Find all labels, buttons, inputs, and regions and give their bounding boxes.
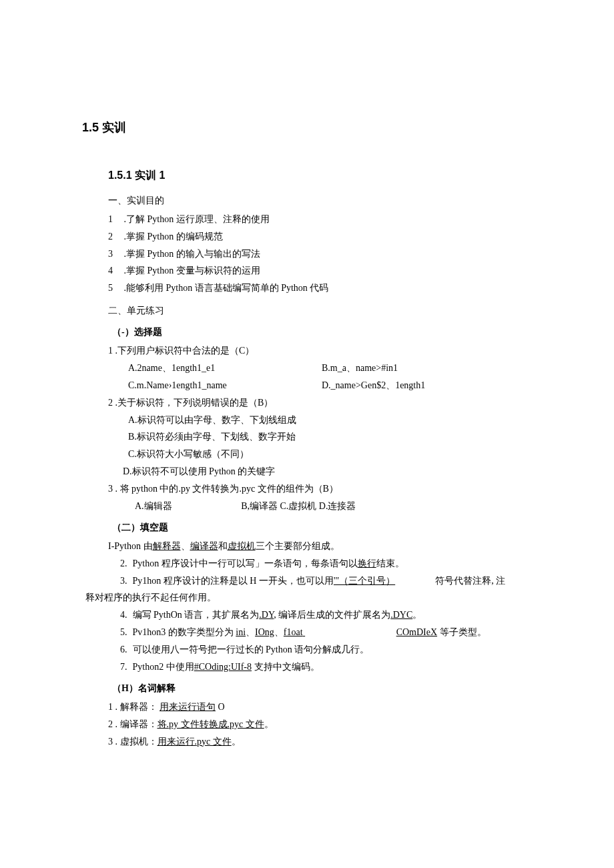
q2-option-c: C.标识符大小写敏感（不同） [128, 446, 547, 463]
q3-option-a: A.编辑器 [135, 501, 172, 511]
fill-1: I-Python 由解释器、编译器和虚拟机三个主要部分组成。 [108, 538, 547, 555]
fill-5: 5.Pv1hon3 的数字类型分为 ini、IOng、f1oat COmDIeX… [108, 624, 547, 641]
term-3: 3 . 虚拟机：用来运行.pyc 文件。 [108, 733, 547, 751]
fill-title: （二）填空题 [112, 519, 547, 536]
fill-7: 7.Python2 中使用#COding:UIf-8 支持中文编码。 [108, 659, 547, 676]
q2-option-a: A.标识符可以由字母、数字、下划线组成 [128, 412, 547, 429]
objective-1: 1 .了解 Python 运行原理、注释的使用 [108, 211, 547, 228]
q1-option-b: B.m_a、name>#in1 [322, 360, 398, 377]
q1-options-row2: C.m.Name›1ength1_name D._name>Gen$2、1eng… [128, 377, 547, 394]
sub-heading: 1.5.1 实训 1 [108, 165, 547, 185]
fill-3-line2: 释对程序的执行不起任何作用。 [85, 589, 547, 606]
section-1-title: 一、实训目的 [108, 192, 547, 209]
term-1: 1 . 解释器： 用来运行语句 O [108, 699, 547, 716]
q1-stem: 1 .下列用户标识符中合法的是（C） [108, 342, 547, 360]
objective-2: 2 .掌握 Python 的编码规范 [108, 228, 547, 246]
q2-option-b: B.标识符必须由字母、下划线、数字开始 [128, 428, 547, 446]
fill-6: 6.可以使用八一符号把一行过长的 Python 语句分解成几行。 [108, 641, 547, 659]
fill-4: 4.编写 PythOn 语言，其扩展名为.DY, 编译后生成的文件扩展名为.DY… [108, 606, 547, 624]
term-2: 2 . 编译器：将.py 文件转换成.pyc 文件。 [108, 716, 547, 733]
choice-title: （-）选择题 [112, 324, 547, 341]
main-heading: 1.5 实训 [82, 117, 547, 139]
objective-5: 5 .能够利用 Python 语言基础编写简单的 Python 代码 [108, 280, 547, 297]
q2-option-d: D.标识符不可以使用 Python 的关键字 [123, 463, 547, 480]
q3-option-bcd: B,编译器 C.虚拟机 D.连接器 [241, 498, 356, 515]
objective-4: 4 .掌握 Python 变量与标识符的运用 [108, 262, 547, 280]
q1-option-c: C.m.Name›1ength1_name [128, 377, 322, 394]
fill-2: 2.Python 程序设计中一行可以写」一条语句，每条语句以换行结束。 [108, 555, 547, 572]
q1-option-d: D._name>Gen$2、1ength1 [322, 377, 425, 394]
fill-3-line1: 3.Py1hon 程序设计的注释是以 H 一开头，也可以用'"（三个引号）符号代… [108, 572, 547, 590]
term-title: （H）名词解释 [112, 680, 547, 697]
q3-stem: 3 . 将 python 中的.py 文件转换为.pyc 文件的组件为（B） [108, 480, 547, 498]
objective-3: 3 .掌握 Python 的输入与输出的写法 [108, 246, 547, 263]
q1-option-a: A.2name、1ength1_e1 [128, 360, 322, 377]
q1-options-row1: A.2name、1ength1_e1 B.m_a、name>#in1 [128, 360, 547, 377]
q3-options: A.编辑器 B,编译器 C.虚拟机 D.连接器 [135, 498, 547, 515]
q2-stem: 2 .关于标识符，下列说明错误的是（B） [108, 394, 547, 412]
section-2-title: 二、单元练习 [108, 302, 547, 320]
